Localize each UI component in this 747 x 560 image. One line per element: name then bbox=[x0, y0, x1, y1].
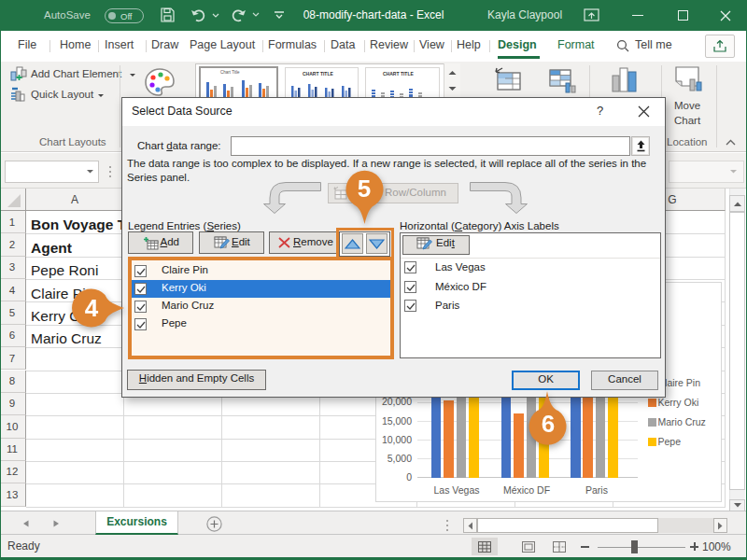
svg-text:6: 6 bbox=[542, 410, 555, 438]
svg-text:5: 5 bbox=[358, 175, 371, 203]
svg-text:4: 4 bbox=[85, 294, 99, 322]
